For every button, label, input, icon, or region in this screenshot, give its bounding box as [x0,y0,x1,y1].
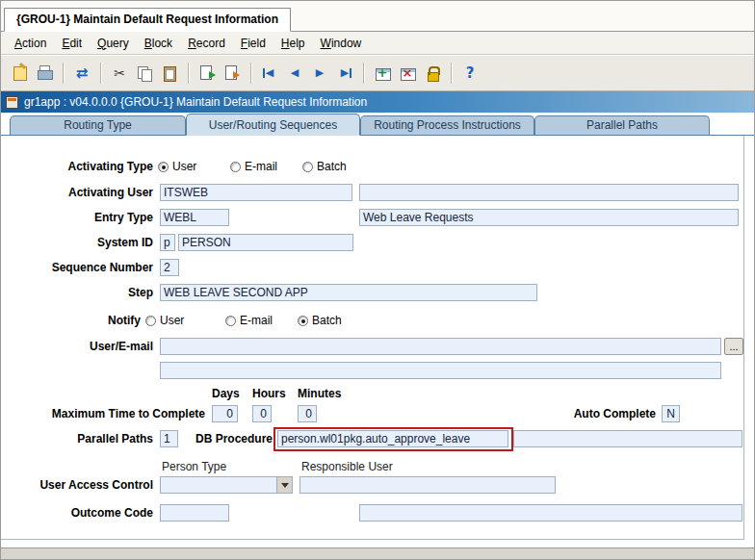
user-access-control-label: User Access Control [1,476,153,494]
cut-button[interactable]: ✂ [107,61,132,86]
hours-column-header: Hours [252,387,286,400]
window-tab[interactable]: {GROU-1} Maintain Default Request Inform… [4,8,291,32]
activating-type-batch-radio[interactable]: Batch [302,159,347,174]
responsible-user-input[interactable] [299,476,556,494]
first-record-icon: ◀ [261,64,278,82]
activating-user-desc-input[interactable] [359,184,739,201]
notify-user-radio[interactable]: User [145,313,184,328]
step-input[interactable]: WEB LEAVE SECOND APP [160,284,537,301]
menu-item-edit[interactable]: Edit [54,33,90,54]
tab-routing-process-instructions[interactable]: Routing Process Instructions [360,115,534,135]
execute-query-icon [223,64,241,82]
previous-record-button[interactable]: ◀ [282,61,307,86]
menu-item-field[interactable]: Field [233,33,273,54]
menu-item-query[interactable]: Query [90,33,137,54]
user-email-input[interactable] [160,338,721,355]
user-email-input-2[interactable] [160,362,721,379]
application-window: {GROU-1} Maintain Default Request Inform… [0,0,755,560]
hours-input[interactable]: 0 [252,405,272,422]
lock-record-button[interactable] [420,61,445,86]
activating-type-email-radio[interactable]: E-mail [230,159,277,174]
activating-user-input[interactable]: ITSWEB [160,184,352,201]
next-record-button[interactable]: ▶ [307,61,332,86]
window-bottom-strip [1,547,754,559]
insert-record-icon: + [374,64,391,82]
form-icon [6,96,18,109]
outcome-code-input[interactable] [160,504,229,522]
system-id-label: System ID [1,234,153,251]
sequence-number-label: Sequence Number [1,259,153,276]
tab-bar: Routing Type User/Routing Sequences Rout… [1,113,754,136]
tab-user-routing-sequences[interactable]: User/Routing Sequences [186,114,360,136]
menu-item-help[interactable]: Help [273,33,313,54]
person-type-dropdown-value [164,477,274,493]
first-record-button[interactable]: ◀ [257,61,282,86]
radio-circle-icon [158,162,169,172]
person-type-dropdown[interactable] [160,476,293,494]
notify-label: Notify [1,312,141,329]
db-procedure-input[interactable]: person.wl01pkg.auto_approve_leave [277,430,508,447]
radio-label: Batch [317,160,347,173]
radio-label: E-mail [245,160,277,173]
entry-type-desc-input[interactable]: Web Leave Requests [359,209,739,226]
previous-record-icon: ◀ [286,64,303,82]
help-button[interactable]: ? [457,61,482,86]
radio-label: Batch [312,314,342,327]
last-record-button[interactable]: ▶ [332,61,357,86]
parallel-paths-input[interactable]: 1 [160,430,178,447]
tab-parallel-paths[interactable]: Parallel Paths [534,115,710,135]
parallel-paths-label: Parallel Paths [1,430,153,447]
sequence-number-input[interactable]: 2 [160,259,179,276]
radio-label: E-mail [240,314,273,327]
exchange-arrows-icon: ⇄ [73,64,91,82]
days-column-header: Days [212,387,240,400]
remove-record-button[interactable]: × [395,61,420,86]
exchange-button[interactable]: ⇄ [69,61,94,86]
toolbar-separator [451,63,452,84]
radio-circle-icon [225,316,236,326]
system-id-input[interactable]: p [160,234,175,251]
form-title-text: gr1app : v04.0.0.0 {GROU-1} Maintain Def… [24,95,367,109]
radio-label: User [172,160,196,173]
days-input[interactable]: 0 [212,405,238,422]
notify-email-radio[interactable]: E-mail [225,313,273,328]
print-button[interactable] [32,61,57,86]
insert-record-button[interactable]: + [370,61,395,86]
cut-icon: ✂ [111,64,128,82]
copy-icon [136,64,153,82]
entry-type-input[interactable]: WEBL [160,209,229,226]
copy-button[interactable] [132,61,157,86]
system-name-input[interactable]: PERSON [178,234,353,251]
save-icon [11,64,28,82]
menu-item-record[interactable]: Record [180,33,233,54]
person-type-column-header: Person Type [162,460,226,473]
menu-item-window[interactable]: Window [313,33,370,54]
execute-query-button[interactable] [220,61,245,86]
db-procedure-overflow-input[interactable] [513,430,742,447]
toolbar-separator [363,63,364,84]
notify-batch-radio[interactable]: Batch [298,313,342,328]
paste-button[interactable] [157,61,182,86]
radio-circle-icon [302,162,313,172]
auto-complete-input[interactable]: N [662,405,680,422]
last-record-icon: ▶ [336,64,353,82]
window-tab-bar: {GROU-1} Maintain Default Request Inform… [1,1,754,32]
max-time-label: Maximum Time to Complete [1,405,205,422]
print-icon [36,64,53,82]
dropdown-arrow-icon[interactable] [276,477,292,493]
outcome-code-desc-input[interactable] [359,504,742,522]
radio-circle-icon [298,316,308,326]
minutes-input[interactable]: 0 [298,405,317,422]
toolbar-separator [100,63,101,84]
save-button[interactable] [7,61,32,86]
activating-type-label: Activating Type [1,158,153,175]
enter-query-button[interactable] [195,61,220,86]
menu-item-block[interactable]: Block [137,33,180,54]
toolbar-separator [250,63,251,84]
menu-item-action[interactable]: Action [7,33,54,54]
step-label: Step [1,284,153,301]
tab-routing-type[interactable]: Routing Type [10,115,186,135]
activating-type-user-radio[interactable]: User [158,159,196,174]
user-email-lov-button[interactable]: ... [724,338,743,355]
radio-circle-icon [230,162,241,172]
